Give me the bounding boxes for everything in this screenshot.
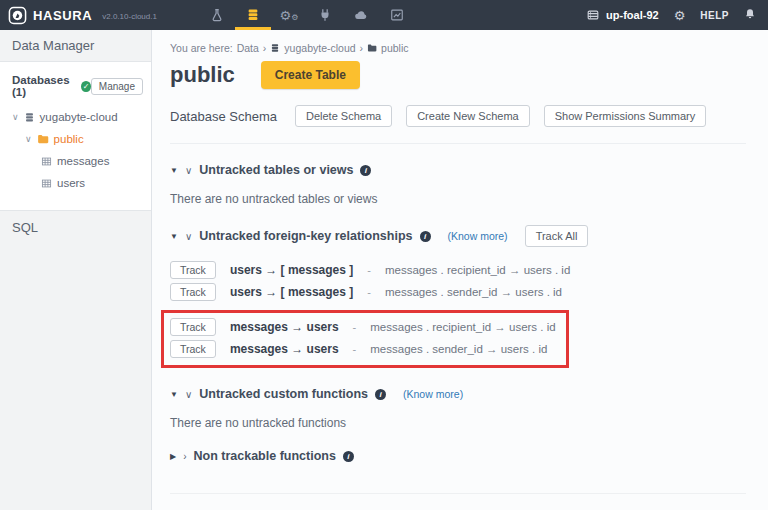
- database-icon: [24, 112, 35, 123]
- header-right: up-foal-92 ⚙ HELP: [586, 6, 756, 24]
- create-new-schema-button[interactable]: Create New Schema: [406, 105, 530, 127]
- info-icon[interactable]: i: [343, 451, 354, 462]
- top-nav: ⚙⚙: [199, 0, 415, 30]
- fk-relationship-list: Track users → [ messages ] - messages . …: [170, 259, 746, 368]
- chevron-down-icon: ∨: [185, 389, 192, 400]
- tree-item-table-users[interactable]: users: [0, 172, 151, 194]
- tree-database-label: yugabyte-cloud: [40, 111, 118, 123]
- info-icon[interactable]: i: [360, 165, 371, 176]
- databases-label: Databases (1): [12, 74, 77, 98]
- project-name-chip[interactable]: up-foal-92: [586, 8, 659, 22]
- nav-api-flask-icon[interactable]: [199, 0, 235, 30]
- show-permissions-summary-button[interactable]: Show Permissions Summary: [544, 105, 707, 127]
- section-title: Non trackable functions: [194, 449, 336, 463]
- main-content: You are here: Data › yugabyte-cloud › pu…: [152, 30, 768, 510]
- section-title: Untracked foreign-key relationships: [199, 229, 412, 243]
- breadcrumb-data[interactable]: Data: [237, 42, 259, 54]
- breadcrumb-schema[interactable]: public: [381, 42, 408, 54]
- folder-icon: [367, 43, 377, 53]
- database-icon: [270, 43, 280, 53]
- version-label: v2.0.10-cloud.1: [102, 12, 157, 21]
- fk-detail: messages . sender_id → users . id: [370, 343, 547, 355]
- sidebar-item-sql[interactable]: SQL: [0, 210, 151, 510]
- fk-detail: messages . sender_id → users . id: [385, 286, 562, 298]
- fk-relationship: users → [ messages ]: [230, 263, 353, 277]
- page-title: public: [170, 62, 235, 88]
- database-schema-label: Database Schema: [170, 109, 277, 124]
- chevron-right-icon: ›: [183, 451, 186, 462]
- chevron-down-icon: ∨: [12, 112, 19, 122]
- databases-row: Databases (1) ✓ Manage: [0, 62, 151, 106]
- fk-detail: messages . recipient_id → users . id: [385, 264, 570, 276]
- section-untracked-functions[interactable]: ▼ ∨ Untracked custom functions i (Know m…: [170, 387, 746, 401]
- database-schema-row: Database Schema Delete Schema Create New…: [170, 105, 746, 127]
- project-name: up-foal-92: [606, 9, 659, 21]
- notifications-bell-icon[interactable]: [744, 6, 756, 24]
- know-more-link[interactable]: (Know more): [403, 388, 463, 400]
- section-title: Untracked custom functions: [199, 387, 368, 401]
- section-non-trackable-functions[interactable]: ▶ › Non trackable functions i: [170, 449, 746, 463]
- fk-relationship: users → [ messages ]: [230, 285, 353, 299]
- brand-name: HASURA: [33, 8, 92, 23]
- tree-schema-label: public: [54, 133, 84, 145]
- track-button[interactable]: Track: [170, 283, 216, 301]
- info-icon[interactable]: i: [420, 231, 431, 242]
- settings-gear-icon[interactable]: ⚙: [674, 9, 686, 22]
- fk-detail: messages . recipient_id → users . id: [370, 321, 555, 333]
- untracked-functions-empty-text: There are no untracked functions: [170, 416, 746, 430]
- fk-relationship: messages → users: [230, 342, 339, 356]
- chevron-down-icon: ∨: [25, 134, 32, 144]
- folder-icon: [37, 133, 49, 145]
- know-more-link[interactable]: (Know more): [448, 230, 508, 242]
- caret-right-icon: ▶: [170, 452, 176, 461]
- delete-schema-button[interactable]: Delete Schema: [295, 105, 392, 127]
- table-icon: [41, 178, 52, 189]
- caret-down-icon: ▼: [170, 390, 178, 399]
- tree-table-label: messages: [57, 155, 109, 167]
- manage-button[interactable]: Manage: [91, 78, 143, 95]
- tree-item-schema[interactable]: ∨ public: [0, 128, 151, 150]
- track-button[interactable]: Track: [170, 340, 216, 358]
- nav-monitoring-chart-icon[interactable]: [379, 0, 415, 30]
- divider: [170, 143, 746, 144]
- untracked-tables-empty-text: There are no untracked tables or views: [170, 192, 746, 206]
- breadcrumb-database[interactable]: yugabyte-cloud: [284, 42, 355, 54]
- app-header: HASURA v2.0.10-cloud.1 ⚙⚙ up-foal-92 ⚙ H…: [0, 0, 768, 30]
- tree-item-table-messages[interactable]: messages: [0, 150, 151, 172]
- nav-events-cloud-icon[interactable]: [343, 0, 379, 30]
- track-all-button[interactable]: Track All: [525, 225, 589, 247]
- create-table-button[interactable]: Create Table: [261, 61, 360, 89]
- chevron-down-icon: ∨: [185, 231, 192, 242]
- caret-down-icon: ▼: [170, 232, 178, 241]
- fk-relationship: messages → users: [230, 320, 339, 334]
- section-title: Untracked tables or views: [199, 163, 353, 177]
- divider: [170, 493, 746, 494]
- section-untracked-fk[interactable]: ▼ ∨ Untracked foreign-key relationships …: [170, 225, 746, 247]
- breadcrumb: You are here: Data › yugabyte-cloud › pu…: [170, 42, 746, 54]
- data-sidebar: Data Manager Databases (1) ✓ Manage ∨ yu…: [0, 30, 152, 510]
- hasura-logo[interactable]: HASURA v2.0.10-cloud.1: [8, 6, 157, 25]
- nav-remote-schema-plug-icon[interactable]: [307, 0, 343, 30]
- hasura-logo-icon: [8, 6, 27, 25]
- track-button[interactable]: Track: [170, 261, 216, 279]
- connected-check-icon: ✓: [81, 81, 91, 92]
- track-button[interactable]: Track: [170, 318, 216, 336]
- fk-row: Track messages → users - messages . send…: [170, 338, 556, 360]
- help-link[interactable]: HELP: [700, 10, 729, 21]
- fk-row: Track messages → users - messages . reci…: [170, 316, 556, 338]
- section-untracked-tables[interactable]: ▼ ∨ Untracked tables or views i: [170, 163, 746, 177]
- breadcrumb-prefix: You are here:: [170, 42, 233, 54]
- chevron-down-icon: ∨: [185, 165, 192, 176]
- tree-table-label: users: [57, 177, 85, 189]
- table-icon: [41, 156, 52, 167]
- tree-item-database[interactable]: ∨ yugabyte-cloud: [0, 106, 151, 128]
- nav-actions-gears-icon[interactable]: ⚙⚙: [271, 0, 307, 30]
- caret-down-icon: ▼: [170, 166, 178, 175]
- fk-row: Track users → [ messages ] - messages . …: [170, 259, 746, 281]
- nav-data-database-icon[interactable]: [235, 0, 271, 30]
- info-icon[interactable]: i: [375, 389, 386, 400]
- database-tree: ∨ yugabyte-cloud ∨ public messages users: [0, 106, 151, 194]
- sidebar-title: Data Manager: [0, 30, 151, 62]
- fk-row: Track users → [ messages ] - messages . …: [170, 281, 746, 303]
- highlight-red-box: Track messages → users - messages . reci…: [161, 310, 569, 368]
